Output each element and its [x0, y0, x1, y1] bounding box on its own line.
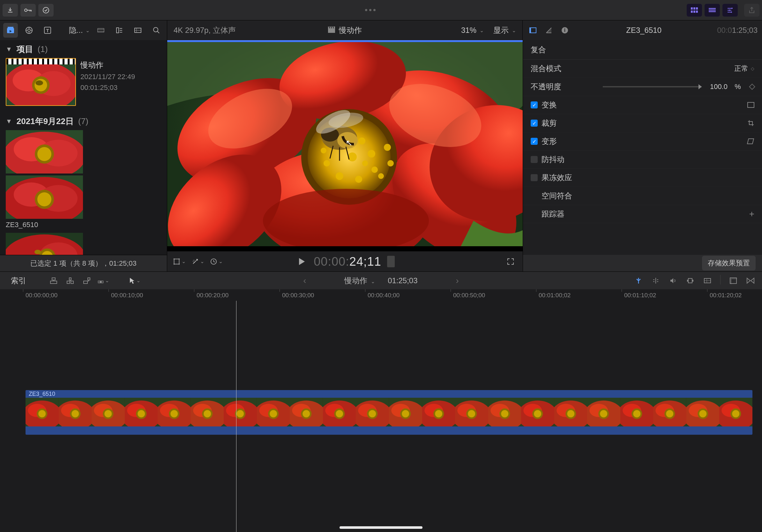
play-button[interactable]: [295, 255, 308, 268]
svg-point-76: [348, 153, 357, 162]
opacity-slider[interactable]: [603, 86, 702, 87]
keyword-button[interactable]: [21, 4, 36, 17]
add-tracker-button[interactable]: +: [749, 209, 754, 219]
distort-row[interactable]: ✓ 变形: [523, 132, 762, 151]
retime-dropdown[interactable]: ⌄: [210, 255, 223, 268]
select-tool-dropdown[interactable]: ⌄: [129, 275, 140, 287]
import-button[interactable]: [3, 4, 18, 17]
distort-checkbox[interactable]: ✓: [531, 138, 538, 145]
timeline-area[interactable]: ZE3_6510: [0, 301, 762, 532]
opacity-value[interactable]: 100.0: [710, 83, 727, 91]
append-clip-icon[interactable]: [81, 275, 93, 287]
secondary-toolbar: T 隐...⌄ 4K 29.97p, 立体声 慢动作 31%⌄ 显示⌄ i: [0, 21, 762, 40]
list-view-icon[interactable]: [112, 23, 127, 37]
project-item[interactable]: 慢动作 2021/11/27 22:49 00:01:25;03: [6, 58, 161, 106]
snapping-icon[interactable]: [633, 275, 644, 287]
loop-indicator[interactable]: [387, 256, 395, 267]
crop-row[interactable]: ✓ 裁剪: [523, 114, 762, 132]
svg-point-143: [237, 410, 244, 418]
keyframe-icon[interactable]: [749, 84, 755, 90]
clip-thumbnail[interactable]: [6, 130, 83, 173]
timeline-project-dropdown[interactable]: 慢动作 ⌄: [344, 276, 375, 286]
library-tab[interactable]: [3, 23, 18, 37]
event-section-header[interactable]: ▼ 2021年9月22日 (7): [6, 112, 161, 130]
transform-checkbox[interactable]: ✓: [531, 101, 538, 108]
search-icon[interactable]: [149, 23, 164, 37]
viewer-canvas[interactable]: ↖: [167, 42, 523, 251]
info-inspector-tab[interactable]: i: [559, 25, 571, 36]
transform-tool-dropdown[interactable]: ⌄: [173, 255, 186, 268]
video-inspector-tab[interactable]: [527, 25, 539, 36]
transform-reset-icon[interactable]: [747, 102, 754, 108]
ruler-mark: 00:00:20;00: [196, 292, 228, 299]
effects-browser-icon[interactable]: [727, 275, 739, 287]
hide-dropdown[interactable]: 隐...⌄: [69, 25, 90, 35]
svg-rect-98: [69, 278, 71, 280]
photos-tab[interactable]: [22, 23, 37, 37]
blend-mode-row[interactable]: 混合模式 正常◇: [523, 60, 762, 78]
insert-clip-icon[interactable]: [64, 275, 76, 287]
viewer-timecode[interactable]: 00:00:24;11: [314, 254, 381, 269]
enhance-dropdown[interactable]: ⌄: [191, 255, 204, 268]
project-thumbnail[interactable]: [6, 58, 76, 106]
inspector-clip-name: ZE3_6510: [626, 26, 661, 35]
spatial-conform-row[interactable]: 空间符合: [523, 187, 762, 205]
window-handle-icon[interactable]: [365, 9, 376, 11]
rolling-shutter-row[interactable]: 果冻效应: [523, 169, 762, 187]
timeline-clip-filmstrip[interactable]: [26, 398, 752, 427]
blend-mode-value[interactable]: 正常◇: [734, 64, 754, 73]
project-date: 2021/11/27 22:49: [80, 73, 135, 81]
timeline-forward-arrow[interactable]: ›: [430, 276, 485, 286]
transport-bar: ⌄ ⌄ ⌄ 00:00:24;11: [167, 251, 523, 271]
stabilize-row[interactable]: 防抖动: [523, 151, 762, 169]
composite-section[interactable]: 复合: [523, 40, 762, 60]
connect-clip-icon[interactable]: [48, 275, 59, 287]
titles-tab[interactable]: T: [40, 23, 55, 37]
skimming-icon[interactable]: [650, 275, 661, 287]
filmstrip-icon[interactable]: [94, 23, 108, 37]
svg-point-79: [384, 144, 391, 151]
primary-storyline[interactable]: ZE3_6510: [26, 390, 752, 435]
rolling-checkbox[interactable]: [531, 174, 538, 181]
timeline-back-arrow[interactable]: ‹: [277, 276, 332, 286]
inspector-view-button[interactable]: [723, 4, 738, 17]
transform-row[interactable]: ✓ 变换: [523, 96, 762, 114]
svg-rect-102: [100, 281, 102, 283]
playhead[interactable]: [236, 301, 236, 532]
svg-point-73: [336, 172, 343, 180]
inspector-panel: 复合 混合模式 正常◇ 不透明度 100.0 % ✓ 变换 ✓ 裁剪 ✓: [523, 40, 762, 271]
crop-icon[interactable]: [747, 120, 754, 127]
ruler-mark: 00:00:50;00: [453, 292, 485, 299]
projects-section-header[interactable]: ▼ 项目 (1): [0, 40, 167, 58]
share-button[interactable]: [744, 4, 759, 17]
clip-frame: [389, 398, 422, 427]
svg-point-113: [38, 410, 45, 418]
solo-icon[interactable]: [684, 275, 696, 287]
timeline-clip-audio[interactable]: [26, 427, 752, 435]
clip-appearance-icon[interactable]: [702, 275, 713, 287]
stabilize-checkbox[interactable]: [531, 156, 538, 163]
clip-thumbnail[interactable]: [6, 233, 83, 255]
background-tasks-button[interactable]: [38, 4, 54, 17]
zoom-dropdown[interactable]: 31%⌄: [461, 25, 484, 35]
clip-appearance-icon[interactable]: [130, 23, 145, 37]
fullscreen-button[interactable]: [504, 255, 517, 268]
browser-view-button[interactable]: [687, 4, 702, 17]
audio-skimming-icon[interactable]: [667, 275, 679, 287]
color-inspector-tab[interactable]: [543, 25, 555, 36]
crop-checkbox[interactable]: ✓: [531, 120, 538, 127]
transitions-browser-icon[interactable]: [745, 275, 756, 287]
index-button[interactable]: 索引: [6, 276, 31, 286]
svg-point-168: [402, 410, 409, 418]
clip-thumbnail[interactable]: [6, 175, 83, 219]
clip-frame: [356, 398, 389, 427]
opacity-row[interactable]: 不透明度 100.0 %: [523, 78, 762, 96]
tracker-row[interactable]: 跟踪器 +: [523, 205, 762, 223]
overwrite-clip-icon[interactable]: ⌄: [98, 275, 109, 287]
distort-icon[interactable]: [747, 138, 754, 145]
timeline-view-button[interactable]: [705, 4, 720, 17]
view-dropdown[interactable]: 显示⌄: [493, 25, 516, 35]
save-effect-preset-button[interactable]: 存储效果预置: [702, 256, 756, 270]
svg-point-218: [732, 410, 740, 418]
timeline-ruler[interactable]: 00:00:00;0000:00:10;0000:00:20;0000:00:3…: [0, 289, 762, 301]
